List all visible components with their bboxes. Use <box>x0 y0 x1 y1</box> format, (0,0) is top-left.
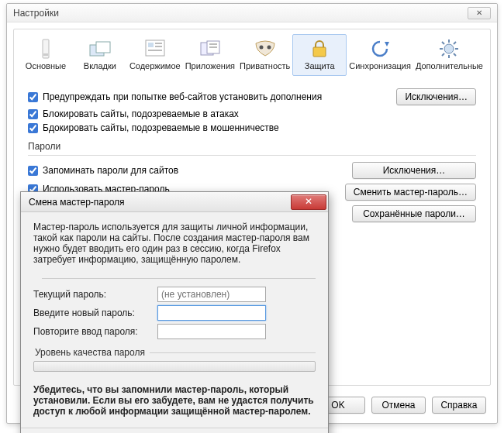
quality-group: Уровень качества пароля <box>33 347 316 380</box>
repeat-password-input[interactable] <box>157 324 266 339</box>
tab-privacy[interactable]: Приватность <box>237 34 292 76</box>
privacy-mask-icon <box>253 38 278 60</box>
svg-rect-1 <box>43 53 48 56</box>
tab-label: Вкладки <box>75 61 125 70</box>
tab-label: Приложения <box>185 61 235 70</box>
svg-line-24 <box>454 42 456 44</box>
svg-point-14 <box>267 46 271 50</box>
password-fields-group: Текущий пароль: Введите новый пароль: По… <box>33 273 316 342</box>
block-attack-label: Блокировать сайты, подозреваемые в атака… <box>43 108 239 119</box>
change-master-password-button[interactable]: Сменить мастер-пароль… <box>345 184 476 201</box>
tab-label: Приватность <box>240 61 290 70</box>
svg-line-22 <box>442 42 444 44</box>
tab-security[interactable]: Защита <box>292 34 347 76</box>
warn-install-checkbox[interactable] <box>28 92 38 102</box>
remember-passwords-checkbox[interactable] <box>28 166 38 176</box>
current-password-input <box>157 287 266 302</box>
modal-buttons: OK Отмена <box>21 428 328 433</box>
tab-content[interactable]: Содержимое <box>127 34 183 76</box>
change-master-password-dialog: Смена мастер-пароля ✕ Мастер-пароль испо… <box>20 191 329 433</box>
tab-label: Защита <box>295 61 344 70</box>
applications-icon <box>198 38 223 60</box>
window-title: Настройки <box>13 8 59 19</box>
tab-label: Содержимое <box>129 61 181 70</box>
current-password-label: Текущий пароль: <box>33 289 157 300</box>
repeat-password-label: Повторите ввод пароля: <box>33 326 157 337</box>
tab-applications[interactable]: Приложения <box>183 34 237 76</box>
modal-description: Мастер-пароль используется для защиты ли… <box>33 222 316 265</box>
modal-titlebar: Смена мастер-пароля ✕ <box>21 192 328 212</box>
passwords-exceptions-button[interactable]: Исключения… <box>352 162 476 179</box>
svg-point-13 <box>259 46 263 50</box>
svg-marker-16 <box>385 42 389 46</box>
modal-warning: Убедитесь, что вы запомнили мастер-парол… <box>33 384 316 417</box>
addons-warn-row: Предупреждать при попытке веб-сайтов уст… <box>28 88 476 105</box>
general-icon <box>33 38 58 60</box>
tab-label: Дополнительные <box>416 61 483 70</box>
svg-point-17 <box>444 44 454 53</box>
quality-label: Уровень качества пароля <box>33 347 150 358</box>
saved-passwords-button[interactable]: Сохранённые пароли… <box>352 205 476 222</box>
svg-line-25 <box>442 53 444 56</box>
svg-rect-3 <box>96 42 110 53</box>
svg-rect-5 <box>148 43 154 47</box>
window-close-button[interactable]: ✕ <box>468 7 491 19</box>
gear-icon <box>437 38 461 60</box>
new-password-input[interactable] <box>157 305 266 321</box>
category-toolbar: Основные Вкладки Содержимое <box>17 33 487 77</box>
tab-tabs[interactable]: Вкладки <box>73 34 127 76</box>
modal-close-button[interactable]: ✕ <box>291 194 326 210</box>
titlebar: Настройки ✕ <box>7 4 497 22</box>
tab-label: Основные <box>21 61 71 70</box>
tab-label: Синхронизация <box>349 61 411 70</box>
help-button[interactable]: Справка <box>432 397 486 414</box>
content-icon <box>143 38 167 60</box>
svg-rect-12 <box>209 46 217 48</box>
block-attack-checkbox[interactable] <box>28 109 38 119</box>
passwords-section-label: Пароли <box>28 141 476 152</box>
remember-passwords-label: Запоминать пароли для сайтов <box>43 165 178 176</box>
password-quality-meter <box>33 361 316 372</box>
sync-icon <box>368 38 392 60</box>
svg-line-23 <box>454 53 456 56</box>
tab-general[interactable]: Основные <box>19 34 73 76</box>
tab-advanced[interactable]: Дополнительные <box>413 34 485 76</box>
svg-rect-11 <box>209 43 217 45</box>
tabs-icon <box>88 38 112 60</box>
tab-sync[interactable]: Синхронизация <box>347 34 413 76</box>
modal-body: Мастер-пароль используется для защиты ли… <box>21 212 328 428</box>
svg-rect-8 <box>148 50 162 51</box>
block-fraud-checkbox[interactable] <box>28 123 38 133</box>
svg-rect-7 <box>155 46 162 47</box>
lock-icon <box>307 38 332 60</box>
addons-exceptions-button[interactable]: Исключения… <box>396 88 476 105</box>
modal-title: Смена мастер-пароля <box>29 197 125 208</box>
dialog-buttons: OK Отмена Справка <box>311 397 486 414</box>
warn-install-label: Предупреждать при попытке веб-сайтов уст… <box>43 91 322 102</box>
block-fraud-label: Бдокировать сайты, подозреваемые в мошен… <box>43 122 279 133</box>
cancel-button[interactable]: Отмена <box>371 397 426 414</box>
new-password-label: Введите новый пароль: <box>33 308 157 318</box>
svg-rect-15 <box>313 47 326 57</box>
svg-rect-6 <box>155 43 162 44</box>
divider <box>28 155 476 156</box>
